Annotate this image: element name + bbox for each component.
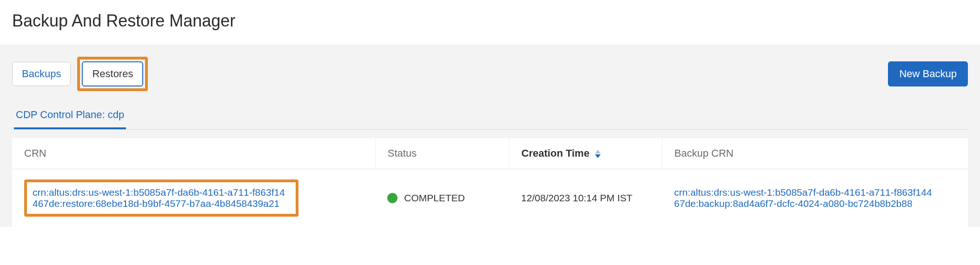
crn-link[interactable]: crn:altus:drs:us-west-1:b5085a7f-da6b-41… xyxy=(33,187,285,209)
view-tabs: Backups Restores xyxy=(12,57,148,91)
status-text: COMPLETED xyxy=(404,192,465,204)
main-content: Backups Restores New Backup CDP Control … xyxy=(0,45,980,227)
cell-creation-time: 12/08/2023 10:14 PM IST xyxy=(509,169,662,227)
toolbar: Backups Restores New Backup xyxy=(12,57,968,91)
col-crn[interactable]: CRN xyxy=(12,138,375,169)
restores-table-wrap: CRN Status Creation Time Backup CRN xyxy=(12,138,968,227)
cell-crn: crn:altus:drs:us-west-1:b5085a7f-da6b-41… xyxy=(12,169,375,227)
cell-backup-crn: crn:altus:drs:us-west-1:b5085a7f-da6b-41… xyxy=(662,169,968,227)
sub-tab-control-plane[interactable]: CDP Control Plane: cdp xyxy=(14,104,126,129)
sort-ascending-icon xyxy=(595,150,601,153)
sort-icon xyxy=(595,150,601,158)
backup-crn-link[interactable]: crn:altus:drs:us-west-1:b5085a7f-da6b-41… xyxy=(674,187,934,209)
sort-descending-icon xyxy=(595,154,601,158)
col-creation-time-label: Creation Time xyxy=(522,147,589,159)
restores-tab-highlight: Restores xyxy=(77,57,148,91)
tab-restores[interactable]: Restores xyxy=(82,61,143,86)
new-backup-button[interactable]: New Backup xyxy=(888,61,968,86)
tab-backups[interactable]: Backups xyxy=(12,62,71,86)
col-status[interactable]: Status xyxy=(375,138,509,169)
table-header-row: CRN Status Creation Time Backup CRN xyxy=(12,138,968,169)
col-creation-time[interactable]: Creation Time xyxy=(509,138,662,169)
page-header: Backup And Restore Manager xyxy=(0,0,980,45)
page-title: Backup And Restore Manager xyxy=(12,11,968,31)
cell-status: COMPLETED xyxy=(375,169,509,227)
sub-tab-bar: CDP Control Plane: cdp xyxy=(12,104,968,130)
restores-table: CRN Status Creation Time Backup CRN xyxy=(12,138,968,227)
crn-highlight: crn:altus:drs:us-west-1:b5085a7f-da6b-41… xyxy=(24,179,298,217)
col-backup-crn[interactable]: Backup CRN xyxy=(662,138,968,169)
table-row: crn:altus:drs:us-west-1:b5085a7f-da6b-41… xyxy=(12,169,968,227)
status-dot-icon xyxy=(387,193,397,203)
